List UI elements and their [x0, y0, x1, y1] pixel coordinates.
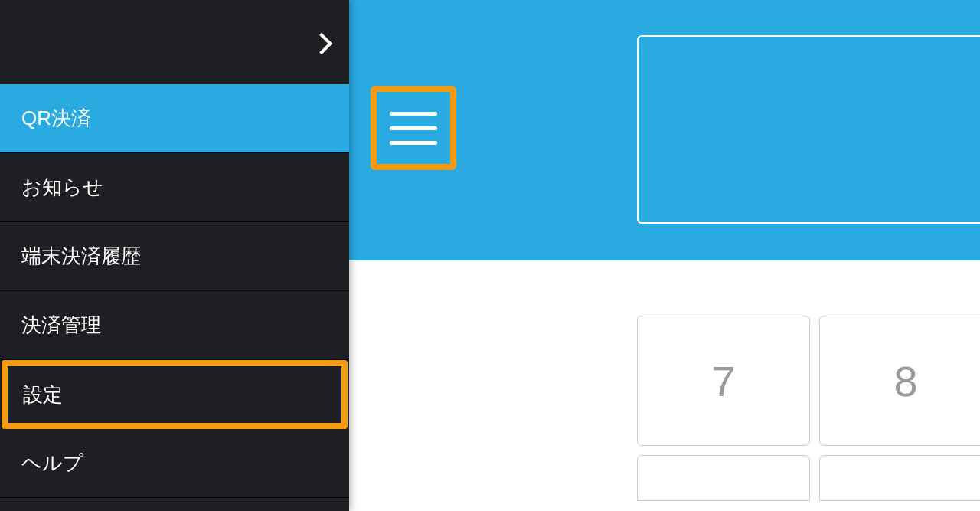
sidebar-item-notifications[interactable]: お知らせ	[0, 153, 349, 222]
chevron-right-icon	[315, 31, 329, 53]
sidebar-item-label: ヘルプ	[21, 450, 83, 477]
sidebar-item-label: お知らせ	[21, 174, 103, 201]
hamburger-highlight-box	[371, 86, 456, 170]
sidebar-item-payment-management[interactable]: 決済管理	[0, 291, 349, 360]
sidebar-item-label: QR決済	[21, 105, 91, 132]
sidebar-drawer: QR決済 お知らせ 端末決済履歴 決済管理 設定 ヘルプ	[0, 0, 349, 511]
amount-display	[637, 35, 980, 224]
hamburger-line	[390, 141, 437, 145]
keypad-8-button[interactable]: 8	[819, 316, 980, 446]
keypad-row: 7 8	[637, 316, 980, 446]
keypad-row-2	[637, 455, 980, 501]
keypad-button[interactable]	[819, 455, 980, 501]
sidebar-item-help[interactable]: ヘルプ	[0, 429, 349, 498]
keypad-button[interactable]	[637, 455, 810, 501]
hamburger-line	[390, 126, 437, 130]
keypad-7-button[interactable]: 7	[637, 316, 810, 446]
hamburger-menu-icon[interactable]	[390, 112, 437, 145]
sidebar-item-settings[interactable]: 設定	[2, 360, 348, 429]
sidebar-item-label: 端末決済履歴	[21, 243, 141, 270]
sidebar-close-button[interactable]	[0, 0, 349, 84]
sidebar-item-payment-history[interactable]: 端末決済履歴	[0, 222, 349, 291]
sidebar-item-qr-payment[interactable]: QR決済	[0, 84, 349, 153]
hamburger-line	[390, 112, 437, 116]
sidebar-item-label: 設定	[23, 382, 63, 408]
sidebar-item-label: 決済管理	[21, 312, 101, 339]
